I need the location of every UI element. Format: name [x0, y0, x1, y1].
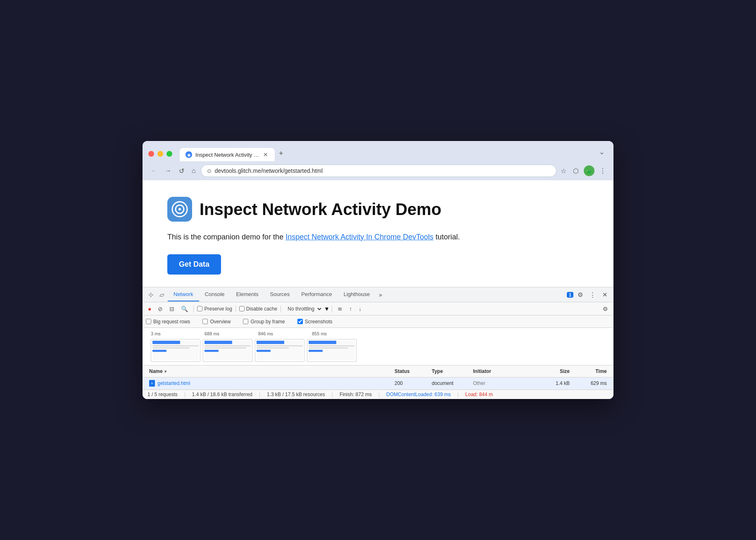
menu-button[interactable]: ⋮ [598, 165, 608, 177]
tab-performance[interactable]: Performance [295, 288, 338, 301]
status-finish: Finish: 872 ms [340, 392, 372, 397]
bookmark-button[interactable]: ☆ [559, 165, 568, 177]
row-type: document [428, 379, 470, 388]
divider-3 [281, 306, 281, 312]
group-by-frame-checkbox[interactable] [243, 319, 248, 324]
devtools-close-button[interactable]: ✕ [600, 289, 610, 300]
maximize-window-button[interactable] [166, 151, 172, 157]
throttle-select[interactable]: No throttling [284, 305, 323, 313]
screenshot-thumb-4[interactable] [307, 339, 357, 362]
row-size: 1.4 kB [536, 379, 573, 388]
network-table: Name ▾ Status Type Initiator Size Time ≡… [143, 366, 613, 389]
tab-console[interactable]: Console [199, 288, 231, 301]
title-bar: ◉ Inspect Network Activity Dem ✕ + ⌄ [143, 141, 613, 161]
sort-arrow: ▾ [164, 369, 166, 374]
header-type[interactable]: Type [428, 367, 470, 375]
row-status: 200 [391, 379, 428, 388]
wifi-icon[interactable]: ≋ [335, 304, 345, 313]
row-name: ≡ getstarted.html [146, 378, 391, 388]
row-time: 629 ms [573, 379, 610, 388]
preserve-log-label[interactable]: Preserve log [197, 306, 232, 312]
status-load: Load: 844 m [465, 392, 493, 397]
timestamp-2: 688 ms [204, 331, 258, 337]
screenshots-checkbox[interactable] [297, 319, 303, 324]
tab-lighthouse[interactable]: Lighthouse [338, 288, 376, 301]
extensions-button[interactable]: ⬡ [571, 165, 580, 177]
tabs-more-button[interactable]: » [376, 289, 385, 301]
big-request-rows-label[interactable]: Big request rows [146, 319, 190, 325]
svg-point-2 [178, 208, 181, 210]
console-badge: 1 [567, 292, 573, 298]
address-actions: ☆ ⬡ 🦕 ⋮ [559, 165, 608, 177]
timestamp-1: 3 ms [151, 331, 204, 337]
status-domcontentloaded: DOMContentLoaded: 639 ms [386, 392, 451, 397]
group-by-frame-label[interactable]: Group by frame [243, 319, 285, 325]
tutorial-link[interactable]: Inspect Network Activity In Chrome DevTo… [285, 233, 433, 241]
tab-close-button[interactable]: ✕ [262, 151, 269, 158]
upload-button[interactable]: ↑ [347, 304, 354, 313]
devtools-more-button[interactable]: ⋮ [587, 289, 598, 300]
search-button[interactable]: 🔍 [179, 304, 190, 313]
disable-cache-label[interactable]: Disable cache [239, 306, 277, 312]
screenshot-thumb-2[interactable] [203, 339, 252, 362]
new-tab-button[interactable]: + [275, 146, 288, 161]
overview-label[interactable]: Overview [202, 319, 231, 325]
back-button[interactable]: ← [148, 165, 160, 176]
status-requests: 1 / 5 requests [147, 392, 178, 397]
status-resources: 1.3 kB / 17.5 kB resources [267, 392, 325, 397]
devtools-settings-button[interactable]: ⚙ [575, 289, 585, 300]
devtools-device-icon[interactable]: ▱ [157, 289, 167, 300]
network-settings-button[interactable]: ⚙ [601, 304, 610, 313]
header-size[interactable]: Size [536, 367, 573, 375]
url-bar[interactable]: ⊙ devtools.glitch.me/network/getstarted.… [201, 165, 556, 177]
devtools-actions: 1 ⚙ ⋮ ✕ [567, 289, 610, 300]
screenshot-thumb-3[interactable] [255, 339, 304, 362]
network-options: Big request rows Overview Group by frame… [143, 315, 613, 328]
screenshots-label[interactable]: Screenshots [297, 319, 333, 325]
tabs-right: ⌄ [596, 146, 608, 161]
filter-button[interactable]: ⊟ [167, 304, 176, 313]
header-initiator[interactable]: Initiator [470, 367, 536, 375]
timestamp-4: 855 ms [312, 331, 366, 337]
doc-icon: ≡ [149, 380, 155, 387]
clear-button[interactable]: ⊘ [156, 304, 165, 313]
disable-cache-checkbox[interactable] [239, 306, 245, 311]
big-request-rows-checkbox[interactable] [146, 319, 151, 324]
preserve-log-checkbox[interactable] [197, 306, 202, 311]
table-header: Name ▾ Status Type Initiator Size Time [143, 366, 613, 378]
page-description: This is the companion demo for the Inspe… [167, 232, 589, 243]
divider-1 [193, 306, 194, 312]
page-content: Inspect Network Activity Demo This is th… [143, 180, 613, 287]
header-time[interactable]: Time [573, 367, 610, 375]
url-scheme-icon: ⊙ [207, 168, 212, 174]
forward-button[interactable]: → [162, 165, 174, 176]
page-logo [167, 197, 192, 222]
screenshot-timeline: 3 ms 688 ms 846 ms 855 ms [143, 328, 613, 366]
timeline-timestamps: 3 ms 688 ms 846 ms 855 ms [147, 331, 609, 337]
tab-network[interactable]: Network [168, 288, 199, 301]
overview-checkbox[interactable] [202, 319, 208, 324]
table-row[interactable]: ≡ getstarted.html 200 document Other 1.4… [143, 378, 613, 389]
devtools-statusbar: 1 / 5 requests | 1.4 kB / 18.6 kB transf… [143, 389, 613, 399]
minimize-window-button[interactable] [157, 151, 163, 157]
home-button[interactable]: ⌂ [189, 165, 198, 176]
traffic-lights [148, 151, 172, 157]
ts-time-4: 855 ms [312, 331, 327, 336]
close-window-button[interactable] [148, 151, 154, 157]
tab-elements[interactable]: Elements [230, 288, 264, 301]
download-button[interactable]: ↓ [357, 304, 364, 313]
profile-avatar[interactable]: 🦕 [584, 165, 594, 176]
browser-window: ◉ Inspect Network Activity Dem ✕ + ⌄ ← →… [143, 141, 613, 399]
ts-time-1: 3 ms [151, 331, 161, 336]
get-data-button[interactable]: Get Data [167, 254, 221, 275]
active-tab[interactable]: ◉ Inspect Network Activity Dem ✕ [180, 148, 275, 161]
page-header: Inspect Network Activity Demo [167, 197, 589, 222]
tabs-chevron-button[interactable]: ⌄ [596, 146, 608, 158]
header-status[interactable]: Status [391, 367, 428, 375]
screenshot-thumb-1[interactable] [151, 339, 200, 362]
devtools-tabs: Network Console Elements Sources Perform… [168, 288, 566, 301]
devtools-select-icon[interactable]: ⊹ [146, 289, 156, 300]
reload-button[interactable]: ↺ [176, 165, 187, 177]
tab-sources[interactable]: Sources [264, 288, 296, 301]
record-button[interactable]: ● [146, 304, 153, 313]
